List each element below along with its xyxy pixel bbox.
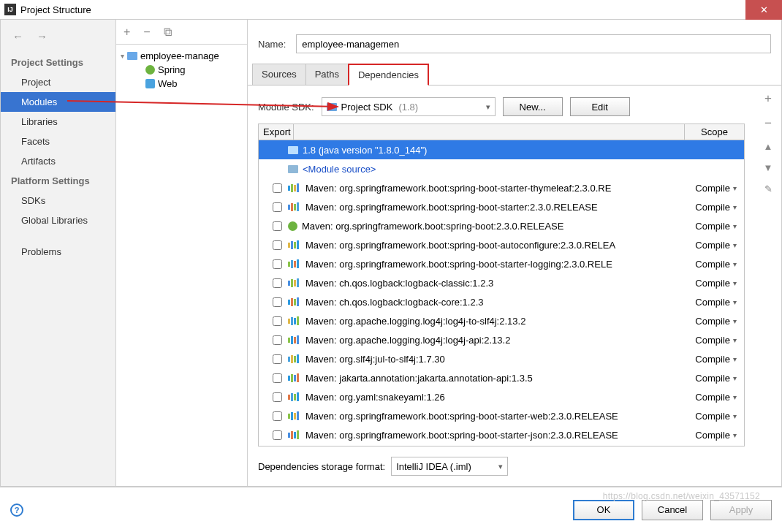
dependency-name: Maven: ch.qos.logback:logback-core:1.2.3 bbox=[305, 297, 681, 308]
storage-select[interactable]: IntelliJ IDEA (.iml) ▾ bbox=[391, 457, 508, 476]
export-checkbox[interactable] bbox=[266, 183, 288, 193]
tab-paths[interactable]: Paths bbox=[305, 64, 349, 85]
nav-item-project[interactable]: Project bbox=[1, 72, 115, 92]
table-row[interactable]: Maven: org.springframework.boot:spring-b… bbox=[259, 235, 744, 254]
export-checkbox[interactable] bbox=[266, 335, 288, 345]
scope-select[interactable]: Compile▾ bbox=[681, 278, 740, 289]
section-project-settings: Project Settings bbox=[1, 53, 115, 72]
ok-button[interactable]: OK bbox=[573, 500, 634, 520]
table-row[interactable]: Maven: com.fasterxml.jackson.core:jackso… bbox=[259, 444, 744, 446]
table-row[interactable]: Maven: org.apache.logging.log4j:log4j-ap… bbox=[259, 330, 744, 349]
nav-item-facets[interactable]: Facets bbox=[1, 132, 115, 151]
table-row[interactable]: 1.8 (java version "1.8.0_144") bbox=[259, 140, 744, 159]
apply-button[interactable]: Apply bbox=[710, 500, 772, 520]
scope-select[interactable]: Compile▾ bbox=[681, 354, 740, 365]
spring-icon bbox=[288, 221, 297, 231]
cancel-button[interactable]: Cancel bbox=[642, 500, 703, 520]
storage-label: Dependencies storage format: bbox=[258, 461, 385, 472]
chevron-down-icon: ▾ bbox=[733, 298, 737, 306]
add-icon[interactable]: + bbox=[764, 91, 772, 106]
table-row[interactable]: <Module source> bbox=[259, 159, 744, 178]
window-title: Project Structure bbox=[20, 4, 91, 15]
tab-dependencies[interactable]: Dependencies bbox=[348, 64, 429, 86]
forward-arrow-icon[interactable]: → bbox=[37, 30, 48, 42]
add-icon[interactable]: + bbox=[124, 26, 130, 39]
nav-item-artifacts[interactable]: Artifacts bbox=[1, 151, 115, 171]
col-scope: Scope bbox=[684, 124, 744, 140]
scope-select[interactable]: Compile▾ bbox=[681, 297, 740, 308]
back-arrow-icon[interactable]: ← bbox=[12, 30, 23, 42]
tree-child-web[interactable]: Web bbox=[119, 77, 244, 91]
tree-root[interactable]: ▾ employee-manage bbox=[119, 49, 244, 63]
move-up-icon[interactable]: ▲ bbox=[764, 141, 773, 152]
table-row[interactable]: Maven: org.apache.logging.log4j:log4j-to… bbox=[259, 311, 744, 330]
scope-select[interactable]: Compile▾ bbox=[681, 259, 740, 270]
folder-icon bbox=[288, 146, 298, 154]
tree-child-spring[interactable]: Spring bbox=[119, 63, 244, 77]
table-row[interactable]: Maven: org.springframework.boot:spring-b… bbox=[259, 425, 744, 444]
export-checkbox[interactable] bbox=[266, 373, 288, 383]
export-checkbox[interactable] bbox=[266, 430, 288, 440]
scope-select[interactable]: Compile▾ bbox=[681, 335, 740, 346]
export-checkbox[interactable] bbox=[266, 354, 288, 364]
table-row[interactable]: Maven: org.springframework.boot:spring-b… bbox=[259, 406, 744, 425]
dependency-name: Maven: org.springframework.boot:spring-b… bbox=[302, 221, 681, 232]
nav-item-global-libraries[interactable]: Global Libraries bbox=[1, 210, 115, 230]
scope-select[interactable]: Compile▾ bbox=[681, 392, 740, 403]
remove-icon[interactable]: − bbox=[143, 26, 150, 39]
copy-icon[interactable]: ⧉ bbox=[164, 26, 172, 39]
nav-item-libraries[interactable]: Libraries bbox=[1, 112, 115, 132]
export-checkbox[interactable] bbox=[266, 240, 288, 250]
folder-icon bbox=[127, 52, 137, 60]
dependency-name: 1.8 (java version "1.8.0_144") bbox=[303, 145, 681, 156]
tab-sources[interactable]: Sources bbox=[252, 64, 306, 85]
scope-select[interactable]: Compile▾ bbox=[681, 373, 740, 384]
new-button[interactable]: New... bbox=[503, 97, 563, 116]
table-row[interactable]: Maven: org.springframework.boot:spring-b… bbox=[259, 254, 744, 273]
export-checkbox[interactable] bbox=[266, 411, 288, 421]
export-checkbox[interactable] bbox=[266, 297, 288, 307]
dependency-name: Maven: org.springframework.boot:spring-b… bbox=[305, 183, 681, 194]
dependencies-table: Export Scope 1.8 (java version "1.8.0_14… bbox=[258, 123, 745, 446]
tree-toolbar: + − ⧉ bbox=[116, 20, 247, 45]
scope-select[interactable]: Compile▾ bbox=[681, 316, 740, 327]
edit-button[interactable]: Edit bbox=[570, 97, 630, 116]
sdk-select[interactable]: Project SDK (1.8) ▾ bbox=[322, 97, 496, 116]
scope-select[interactable]: Compile▾ bbox=[681, 183, 740, 194]
scope-select[interactable]: Compile▾ bbox=[681, 221, 740, 232]
table-row[interactable]: Maven: org.springframework.boot:spring-b… bbox=[259, 197, 744, 216]
table-row[interactable]: Maven: ch.qos.logback:logback-classic:1.… bbox=[259, 273, 744, 292]
move-down-icon[interactable]: ▼ bbox=[764, 162, 773, 173]
table-row[interactable]: Maven: org.yaml:snakeyaml:1.26Compile▾ bbox=[259, 387, 744, 406]
scope-select[interactable]: Compile▾ bbox=[681, 240, 740, 251]
table-row[interactable]: Maven: org.springframework.boot:spring-b… bbox=[259, 178, 744, 197]
table-row[interactable]: Maven: org.springframework.boot:spring-b… bbox=[259, 216, 744, 235]
table-row[interactable]: Maven: jakarta.annotation:jakarta.annota… bbox=[259, 368, 744, 387]
left-nav: ← → Project Settings ProjectModulesLibra… bbox=[1, 20, 116, 486]
remove-icon[interactable]: − bbox=[764, 116, 772, 131]
chevron-down-icon: ▾ bbox=[733, 393, 737, 401]
export-checkbox[interactable] bbox=[266, 202, 288, 212]
export-checkbox[interactable] bbox=[266, 278, 288, 288]
table-header: Export Scope bbox=[259, 124, 744, 140]
name-field[interactable] bbox=[296, 34, 771, 53]
export-checkbox[interactable] bbox=[266, 392, 288, 402]
table-row[interactable]: Maven: org.slf4j:jul-to-slf4j:1.7.30Comp… bbox=[259, 349, 744, 368]
table-row[interactable]: Maven: ch.qos.logback:logback-core:1.2.3… bbox=[259, 292, 744, 311]
export-checkbox[interactable] bbox=[266, 259, 288, 269]
dependency-name: Maven: org.springframework.boot:spring-b… bbox=[305, 202, 681, 213]
nav-item-sdks[interactable]: SDKs bbox=[1, 191, 115, 210]
close-button[interactable]: ✕ bbox=[745, 0, 782, 20]
help-icon[interactable]: ? bbox=[10, 503, 23, 517]
dependency-name: Maven: org.springframework.boot:spring-b… bbox=[305, 411, 681, 422]
chevron-down-icon: ▾ bbox=[733, 222, 737, 230]
nav-item-modules[interactable]: Modules bbox=[1, 92, 115, 112]
scope-select[interactable]: Compile▾ bbox=[681, 430, 740, 441]
export-checkbox[interactable] bbox=[266, 316, 288, 326]
scope-select[interactable]: Compile▾ bbox=[681, 202, 740, 213]
scope-select[interactable]: Compile▾ bbox=[681, 411, 740, 422]
tree-child-label: Web bbox=[158, 78, 178, 89]
nav-problems[interactable]: Problems bbox=[1, 242, 115, 262]
export-checkbox[interactable] bbox=[266, 221, 288, 231]
edit-icon[interactable]: ✎ bbox=[764, 183, 772, 194]
